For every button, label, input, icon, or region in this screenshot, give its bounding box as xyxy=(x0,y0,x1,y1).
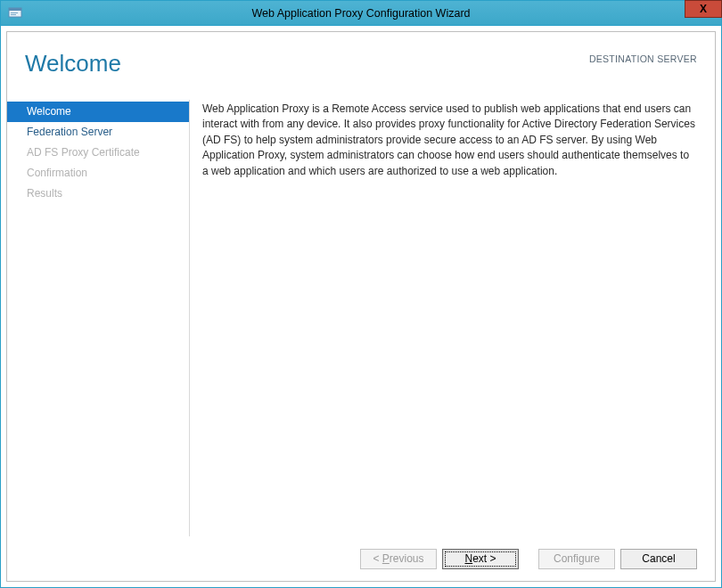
content-row: Welcome Federation Server AD FS Proxy Ce… xyxy=(7,96,715,536)
wizard-steps-sidebar: Welcome Federation Server AD FS Proxy Ce… xyxy=(7,96,190,536)
app-icon xyxy=(8,6,22,20)
wizard-window: Web Application Proxy Configuration Wiza… xyxy=(0,0,722,588)
svg-rect-3 xyxy=(11,14,16,15)
sidebar-item-adfs-proxy-certificate: AD FS Proxy Certificate xyxy=(7,143,190,163)
sidebar-item-label: Federation Server xyxy=(27,126,112,138)
close-icon: X xyxy=(700,3,707,15)
next-button[interactable]: Next > xyxy=(442,549,519,569)
main-content: Web Application Proxy is a Remote Access… xyxy=(190,96,715,536)
sidebar-item-confirmation: Confirmation xyxy=(7,163,190,184)
sidebar-item-federation-server[interactable]: Federation Server xyxy=(7,122,190,143)
svg-rect-1 xyxy=(9,8,21,11)
sidebar-item-label: AD FS Proxy Certificate xyxy=(27,146,140,159)
destination-server-block: DESTINATION SERVER xyxy=(589,50,697,75)
sidebar-item-label: Results xyxy=(27,187,62,200)
destination-server-value xyxy=(589,64,697,75)
cancel-button[interactable]: Cancel xyxy=(620,549,697,569)
body-area: Welcome DESTINATION SERVER Welcome Feder… xyxy=(1,26,721,587)
sidebar-item-results: Results xyxy=(7,184,190,204)
sidebar-item-label: Welcome xyxy=(27,105,71,118)
destination-server-label: DESTINATION SERVER xyxy=(589,53,697,64)
page-title: Welcome xyxy=(25,50,121,78)
welcome-description: Web Application Proxy is a Remote Access… xyxy=(202,102,697,179)
window-title: Web Application Proxy Configuration Wiza… xyxy=(1,7,721,20)
close-button[interactable]: X xyxy=(685,0,722,18)
wizard-button-row: < Previous Next > Configure Cancel xyxy=(7,536,715,581)
previous-button: < Previous xyxy=(360,549,437,569)
configure-button: Configure xyxy=(538,549,615,569)
titlebar: Web Application Proxy Configuration Wiza… xyxy=(1,1,721,26)
sidebar-item-welcome[interactable]: Welcome xyxy=(7,102,190,122)
header-row: Welcome DESTINATION SERVER xyxy=(7,32,715,96)
svg-rect-2 xyxy=(11,12,18,13)
sidebar-item-label: Confirmation xyxy=(27,167,87,179)
inner-panel: Welcome DESTINATION SERVER Welcome Feder… xyxy=(6,31,716,582)
